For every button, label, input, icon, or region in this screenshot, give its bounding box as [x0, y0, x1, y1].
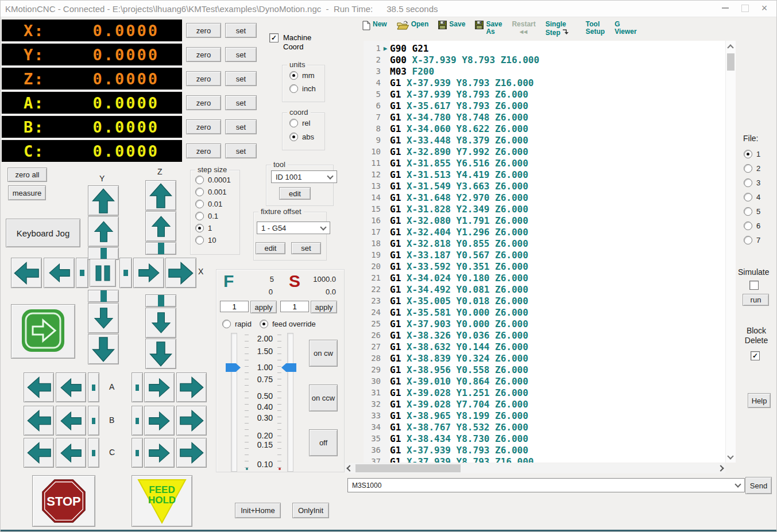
scroll-right-icon[interactable]: [716, 464, 725, 473]
jog-z-minus-button[interactable]: [145, 308, 176, 338]
jog-x-minus-button[interactable]: [44, 258, 75, 288]
jog-x-minus-fast-button[interactable]: [11, 258, 42, 288]
only-init-button[interactable]: OnlyInit: [292, 503, 329, 518]
zero-a-button[interactable]: zero: [186, 95, 221, 110]
coord-option-abs[interactable]: abs: [289, 133, 314, 141]
jog-y-step-plus-button[interactable]: [88, 247, 119, 260]
set-y-button[interactable]: set: [225, 47, 257, 62]
machine-coord-option[interactable]: ✓ Machine Coord: [269, 33, 318, 52]
fixture-edit-button[interactable]: edit: [256, 242, 285, 254]
feed-hold-button[interactable]: FEED HOLD: [132, 475, 192, 527]
editor-horizontal-scrollbar[interactable]: [345, 463, 725, 473]
send-button[interactable]: Send: [745, 477, 772, 494]
spindle-on-ccw-button[interactable]: on ccw: [309, 385, 338, 411]
file-option-6[interactable]: 6: [744, 222, 760, 230]
jog-z-minus-fast-button[interactable]: [145, 339, 176, 369]
jog-c-step-minus-button[interactable]: [88, 438, 99, 468]
jog-c-plus-button[interactable]: [144, 438, 175, 468]
toolbar-new-button[interactable]: New: [362, 21, 387, 33]
jog-c-minus-fast-button[interactable]: [24, 438, 54, 468]
tool-select[interactable]: ID 1001: [271, 170, 337, 183]
jog-b-step-minus-button[interactable]: [88, 406, 99, 436]
spindle-apply-button[interactable]: apply: [311, 301, 337, 313]
jog-b-plus-button[interactable]: [144, 406, 175, 436]
zero-b-button[interactable]: zero: [186, 119, 221, 134]
machine-coord-checkbox[interactable]: ✓: [269, 33, 279, 42]
stop-button[interactable]: STOP: [32, 475, 95, 527]
init-home-button[interactable]: Init+Home: [235, 503, 281, 518]
fixture-offset-select[interactable]: 1 - G54: [257, 222, 330, 234]
jog-a-plus-button[interactable]: [144, 372, 175, 402]
keyboard-jog-button[interactable]: Keyboard Jog: [6, 219, 80, 247]
jog-a-step-minus-button[interactable]: [88, 372, 99, 402]
set-z-button[interactable]: set: [225, 71, 257, 86]
override-mode-rapid[interactable]: rapid: [222, 320, 252, 328]
jog-x-step-plus-button[interactable]: [119, 258, 132, 288]
tool-edit-button[interactable]: edit: [279, 187, 311, 200]
jog-y-plus-fast-button[interactable]: [88, 185, 119, 216]
jog-c-plus-fast-button[interactable]: [176, 438, 207, 468]
minimize-button[interactable]: [716, 1, 735, 15]
toolbar-tool-setup-button[interactable]: ToolSetup: [586, 21, 605, 36]
zero-all-button[interactable]: zero all: [7, 168, 47, 182]
feed-slider-track[interactable]: [231, 333, 237, 472]
horizontal-scroll-thumb[interactable]: [355, 464, 461, 472]
units-option-mm[interactable]: mm: [289, 71, 316, 80]
scroll-down-icon[interactable]: [726, 452, 735, 461]
step-size-option-0-01[interactable]: 0.01: [195, 200, 231, 208]
file-option-7[interactable]: 7: [744, 236, 760, 244]
maximize-button[interactable]: [735, 1, 755, 15]
file-option-3[interactable]: 3: [744, 178, 760, 187]
jog-y-step-minus-button[interactable]: [88, 290, 119, 302]
simulate-checkbox[interactable]: [749, 281, 759, 290]
jog-z-plus-fast-button[interactable]: [145, 180, 176, 211]
jog-y-plus-button[interactable]: [88, 216, 119, 247]
zero-x-button[interactable]: zero: [186, 23, 221, 38]
zero-z-button[interactable]: zero: [186, 71, 221, 86]
zero-y-button[interactable]: zero: [186, 47, 221, 62]
jog-z-step-minus-button[interactable]: [145, 294, 176, 307]
zero-c-button[interactable]: zero: [186, 143, 221, 158]
file-option-5[interactable]: 5: [744, 207, 760, 216]
step-size-option-0-1[interactable]: 0.1: [195, 212, 231, 220]
feed-slider-thumb[interactable]: [226, 363, 241, 372]
step-size-option-10[interactable]: 10: [195, 236, 231, 244]
jog-x-plus-fast-button[interactable]: [165, 258, 196, 288]
fixture-set-button[interactable]: set: [291, 242, 321, 254]
set-a-button[interactable]: set: [225, 95, 257, 110]
step-size-option-0-001[interactable]: 0.001: [195, 188, 231, 196]
gcode-editor[interactable]: 1▶G90 G212G00 X-37.939 Y8.793 Z16.0003M0…: [364, 41, 725, 463]
editor-vertical-scrollbar[interactable]: [725, 41, 736, 463]
file-option-2[interactable]: 2: [744, 164, 760, 173]
toolbar-save-as-button[interactable]: SaveAs: [475, 21, 502, 36]
spindle-on-cw-button[interactable]: on cw: [309, 340, 338, 367]
set-x-button[interactable]: set: [225, 23, 257, 38]
vertical-scroll-thumb[interactable]: [727, 53, 735, 71]
coord-option-rel[interactable]: rel: [289, 119, 314, 127]
step-size-option-1[interactable]: 1: [195, 224, 231, 232]
close-button[interactable]: ×: [755, 1, 774, 15]
toolbar-g-viewer-button[interactable]: GViewer: [614, 21, 636, 36]
jog-a-minus-button[interactable]: [56, 372, 86, 402]
set-b-button[interactable]: set: [225, 119, 257, 134]
jog-x-plus-button[interactable]: [133, 258, 164, 288]
step-size-option-0-0001[interactable]: 0.0001: [195, 176, 231, 184]
jog-x-pause-button[interactable]: [90, 259, 116, 287]
scroll-up-icon[interactable]: [726, 42, 735, 51]
file-option-1[interactable]: 1: [744, 150, 760, 158]
jog-c-step-plus-button[interactable]: [132, 438, 143, 468]
feed-override-input[interactable]: [220, 301, 249, 312]
jog-a-plus-fast-button[interactable]: [176, 372, 207, 402]
toolbar-single-step-button[interactable]: SingleStep: [546, 21, 569, 37]
jog-z-plus-button[interactable]: [145, 211, 176, 242]
override-mode-feed-override[interactable]: feed override: [260, 320, 316, 328]
file-option-4[interactable]: 4: [744, 193, 760, 201]
spindle-slider-track[interactable]: [287, 333, 293, 472]
feed-apply-button[interactable]: apply: [250, 301, 277, 313]
set-c-button[interactable]: set: [225, 143, 257, 158]
measure-button[interactable]: measure: [8, 185, 46, 200]
jog-z-step-plus-button[interactable]: [145, 242, 176, 255]
jog-c-minus-button[interactable]: [56, 438, 86, 468]
spindle-override-input[interactable]: [280, 301, 309, 312]
help-button[interactable]: Help: [748, 393, 771, 408]
